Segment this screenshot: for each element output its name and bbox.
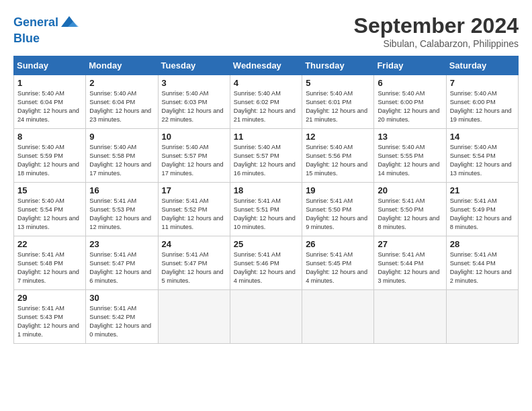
day-number: 2 <box>89 78 154 88</box>
day-number: 23 <box>89 239 154 249</box>
calendar-cell: 28Sunrise: 5:41 AMSunset: 5:44 PMDayligh… <box>446 236 518 290</box>
calendar-cell: 30Sunrise: 5:41 AMSunset: 5:42 PMDayligh… <box>86 290 158 344</box>
day-info: Sunrise: 5:40 AMSunset: 6:04 PMDaylight:… <box>17 89 82 124</box>
calendar-cell: 24Sunrise: 5:41 AMSunset: 5:47 PMDayligh… <box>158 236 230 290</box>
month-title: September 2024 <box>354 13 519 38</box>
day-number: 8 <box>17 132 82 142</box>
calendar-cell: 20Sunrise: 5:41 AMSunset: 5:50 PMDayligh… <box>374 183 446 236</box>
day-header-saturday: Saturday <box>446 56 518 75</box>
day-info: Sunrise: 5:40 AMSunset: 5:54 PMDaylight:… <box>17 197 82 232</box>
day-number: 30 <box>89 293 154 303</box>
day-info: Sunrise: 5:41 AMSunset: 5:48 PMDaylight:… <box>17 250 82 285</box>
day-info: Sunrise: 5:40 AMSunset: 5:57 PMDaylight:… <box>234 143 298 178</box>
day-info: Sunrise: 5:40 AMSunset: 5:56 PMDaylight:… <box>306 143 370 178</box>
day-number: 17 <box>162 185 226 195</box>
day-info: Sunrise: 5:40 AMSunset: 6:01 PMDaylight:… <box>306 89 370 124</box>
calendar-cell: 12Sunrise: 5:40 AMSunset: 5:56 PMDayligh… <box>302 129 374 183</box>
calendar-week-2: 15Sunrise: 5:40 AMSunset: 5:54 PMDayligh… <box>14 183 519 236</box>
calendar-cell: 7Sunrise: 5:40 AMSunset: 6:00 PMDaylight… <box>446 75 518 129</box>
day-header-friday: Friday <box>374 56 446 75</box>
day-number: 4 <box>234 78 298 88</box>
day-info: Sunrise: 5:41 AMSunset: 5:52 PMDaylight:… <box>162 197 226 232</box>
day-number: 5 <box>306 78 370 88</box>
day-info: Sunrise: 5:40 AMSunset: 5:58 PMDaylight:… <box>89 143 154 178</box>
calendar-cell: 10Sunrise: 5:40 AMSunset: 5:57 PMDayligh… <box>158 129 230 183</box>
day-number: 1 <box>17 78 82 88</box>
calendar-cell: 29Sunrise: 5:41 AMSunset: 5:43 PMDayligh… <box>14 290 86 344</box>
day-info: Sunrise: 5:41 AMSunset: 5:53 PMDaylight:… <box>89 197 154 232</box>
calendar-week-4: 29Sunrise: 5:41 AMSunset: 5:43 PMDayligh… <box>14 290 519 344</box>
day-number: 15 <box>17 185 82 195</box>
calendar-cell: 11Sunrise: 5:40 AMSunset: 5:57 PMDayligh… <box>230 129 302 183</box>
calendar-cell: 18Sunrise: 5:41 AMSunset: 5:51 PMDayligh… <box>230 183 302 236</box>
logo-subtext: Blue <box>13 32 79 46</box>
day-info: Sunrise: 5:40 AMSunset: 5:57 PMDaylight:… <box>162 143 226 178</box>
calendar-cell: 25Sunrise: 5:41 AMSunset: 5:46 PMDayligh… <box>230 236 302 290</box>
calendar-cell <box>446 290 518 344</box>
day-number: 3 <box>162 78 226 88</box>
day-number: 22 <box>17 239 82 249</box>
day-number: 11 <box>234 132 298 142</box>
calendar-cell: 15Sunrise: 5:40 AMSunset: 5:54 PMDayligh… <box>14 183 86 236</box>
day-number: 9 <box>89 132 154 142</box>
calendar-cell: 1Sunrise: 5:40 AMSunset: 6:04 PMDaylight… <box>14 75 86 129</box>
day-info: Sunrise: 5:41 AMSunset: 5:51 PMDaylight:… <box>234 197 298 232</box>
day-number: 28 <box>450 239 515 249</box>
day-header-tuesday: Tuesday <box>158 56 230 75</box>
day-number: 21 <box>450 185 515 195</box>
day-info: Sunrise: 5:41 AMSunset: 5:47 PMDaylight:… <box>162 250 226 285</box>
calendar-body: 1Sunrise: 5:40 AMSunset: 6:04 PMDaylight… <box>14 75 519 344</box>
day-info: Sunrise: 5:41 AMSunset: 5:47 PMDaylight:… <box>89 250 154 285</box>
logo-text: General <box>13 13 79 32</box>
day-info: Sunrise: 5:40 AMSunset: 5:55 PMDaylight:… <box>378 143 442 178</box>
calendar-cell <box>302 290 374 344</box>
calendar-cell: 4Sunrise: 5:40 AMSunset: 6:02 PMDaylight… <box>230 75 302 129</box>
day-number: 29 <box>17 293 82 303</box>
calendar-cell: 3Sunrise: 5:40 AMSunset: 6:03 PMDaylight… <box>158 75 230 129</box>
calendar-cell <box>374 290 446 344</box>
title-area: September 2024 Sibulan, Calabarzon, Phil… <box>354 13 519 49</box>
calendar-week-3: 22Sunrise: 5:41 AMSunset: 5:48 PMDayligh… <box>14 236 519 290</box>
location: Sibulan, Calabarzon, Philippines <box>354 38 519 49</box>
page-header: General Blue September 2024 Sibulan, Cal… <box>13 13 519 49</box>
day-info: Sunrise: 5:41 AMSunset: 5:49 PMDaylight:… <box>450 197 515 232</box>
calendar-cell: 27Sunrise: 5:41 AMSunset: 5:44 PMDayligh… <box>374 236 446 290</box>
day-number: 18 <box>234 185 298 195</box>
calendar-cell: 21Sunrise: 5:41 AMSunset: 5:49 PMDayligh… <box>446 183 518 236</box>
day-info: Sunrise: 5:40 AMSunset: 5:59 PMDaylight:… <box>17 143 82 178</box>
day-info: Sunrise: 5:41 AMSunset: 5:50 PMDaylight:… <box>306 197 370 232</box>
day-header-thursday: Thursday <box>302 56 374 75</box>
calendar-cell <box>158 290 230 344</box>
day-info: Sunrise: 5:41 AMSunset: 5:50 PMDaylight:… <box>378 197 442 232</box>
day-info: Sunrise: 5:41 AMSunset: 5:43 PMDaylight:… <box>17 304 82 339</box>
calendar-cell: 22Sunrise: 5:41 AMSunset: 5:48 PMDayligh… <box>14 236 86 290</box>
calendar-cell <box>230 290 302 344</box>
calendar-cell: 9Sunrise: 5:40 AMSunset: 5:58 PMDaylight… <box>86 129 158 183</box>
day-number: 25 <box>234 239 298 249</box>
day-header-monday: Monday <box>86 56 158 75</box>
calendar-cell: 14Sunrise: 5:40 AMSunset: 5:54 PMDayligh… <box>446 129 518 183</box>
calendar-cell: 8Sunrise: 5:40 AMSunset: 5:59 PMDaylight… <box>14 129 86 183</box>
day-number: 12 <box>306 132 370 142</box>
day-number: 6 <box>378 78 442 88</box>
calendar-cell: 19Sunrise: 5:41 AMSunset: 5:50 PMDayligh… <box>302 183 374 236</box>
calendar-cell: 16Sunrise: 5:41 AMSunset: 5:53 PMDayligh… <box>86 183 158 236</box>
day-info: Sunrise: 5:41 AMSunset: 5:42 PMDaylight:… <box>89 304 154 339</box>
calendar-cell: 13Sunrise: 5:40 AMSunset: 5:55 PMDayligh… <box>374 129 446 183</box>
calendar-week-0: 1Sunrise: 5:40 AMSunset: 6:04 PMDaylight… <box>14 75 519 129</box>
day-number: 14 <box>450 132 515 142</box>
calendar-cell: 23Sunrise: 5:41 AMSunset: 5:47 PMDayligh… <box>86 236 158 290</box>
day-number: 27 <box>378 239 442 249</box>
day-number: 10 <box>162 132 226 142</box>
calendar-cell: 2Sunrise: 5:40 AMSunset: 6:04 PMDaylight… <box>86 75 158 129</box>
calendar-week-1: 8Sunrise: 5:40 AMSunset: 5:59 PMDaylight… <box>14 129 519 183</box>
day-info: Sunrise: 5:41 AMSunset: 5:45 PMDaylight:… <box>306 250 370 285</box>
calendar-cell: 26Sunrise: 5:41 AMSunset: 5:45 PMDayligh… <box>302 236 374 290</box>
day-info: Sunrise: 5:41 AMSunset: 5:46 PMDaylight:… <box>234 250 298 285</box>
calendar-cell: 5Sunrise: 5:40 AMSunset: 6:01 PMDaylight… <box>302 75 374 129</box>
calendar-table: SundayMondayTuesdayWednesdayThursdayFrid… <box>13 56 519 344</box>
day-info: Sunrise: 5:40 AMSunset: 6:00 PMDaylight:… <box>378 89 442 124</box>
logo: General Blue <box>13 13 79 46</box>
day-number: 7 <box>450 78 515 88</box>
day-number: 26 <box>306 239 370 249</box>
